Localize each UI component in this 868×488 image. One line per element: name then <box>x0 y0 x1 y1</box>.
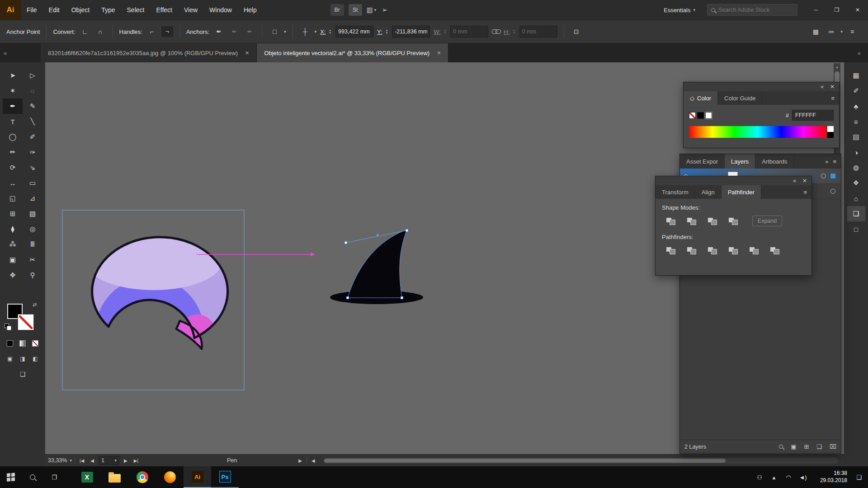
tool-free-transform[interactable]: ▭ <box>23 175 42 191</box>
collapse-icon[interactable]: « <box>821 84 824 90</box>
tab-align[interactable]: Align <box>695 185 722 199</box>
draw-inside-icon[interactable]: ◧ <box>30 354 40 363</box>
tab-asset-export[interactable]: Asset Expor <box>680 154 725 169</box>
search-input[interactable] <box>718 7 786 13</box>
tab-color[interactable]: ◇ Color <box>684 91 718 105</box>
close-icon[interactable]: ✕ <box>245 50 249 56</box>
panel-stroke-icon[interactable]: ≡ <box>847 114 865 129</box>
gradient-mode-button[interactable] <box>18 339 28 348</box>
tool-shaper[interactable]: ✑ <box>23 145 42 160</box>
action-center-icon[interactable]: ❏ <box>850 466 868 488</box>
hex-value-field[interactable] <box>792 110 834 121</box>
tool-selection[interactable]: ➤ <box>3 68 23 83</box>
screen-mode-icon[interactable]: ❏ <box>0 371 45 378</box>
menu-file[interactable]: File <box>21 0 43 20</box>
share-icon[interactable]: ➢ <box>382 6 387 14</box>
panel-symbols-icon[interactable]: ♣ <box>847 99 865 114</box>
volume-icon[interactable]: ◄) <box>796 466 810 488</box>
white-black-ramp[interactable] <box>827 126 834 138</box>
tab-artboards[interactable]: Artboards <box>755 154 794 169</box>
black-swatch[interactable] <box>697 112 704 119</box>
document-tab-1[interactable]: 83201d6f6620fe7a1c3161952e3035aa.jpg @ 1… <box>41 43 257 62</box>
convert-smooth-icon[interactable]: ∩ <box>94 26 106 37</box>
tool-lasso[interactable]: ◌ <box>23 83 42 99</box>
none-swatch[interactable] <box>689 112 696 119</box>
tool-eyedropper[interactable]: ⧫ <box>3 221 23 237</box>
tool-pencil[interactable]: ✏ <box>3 145 23 160</box>
menu-object[interactable]: Object <box>66 0 95 20</box>
control-menu-icon[interactable]: ≡ <box>846 26 858 37</box>
tool-slice[interactable]: ✂ <box>23 252 42 267</box>
target-circle-icon[interactable] <box>830 189 835 194</box>
collapse-toolbar-icon[interactable]: « <box>4 43 15 62</box>
pf-outline-button[interactable] <box>745 244 762 257</box>
touch-workspace-icon[interactable]: ▦ <box>810 26 821 37</box>
isolate-selection-icon[interactable]: □ <box>269 26 280 37</box>
x-stepper[interactable]: ▴▾ <box>330 29 331 34</box>
arrange-documents-icon[interactable]: ▥▾ <box>367 6 377 14</box>
selection-indicator[interactable] <box>830 174 835 178</box>
tool-line-segment[interactable]: ╲ <box>23 114 42 129</box>
tool-scale[interactable]: ⇘ <box>23 160 42 175</box>
menu-select[interactable]: Select <box>121 0 151 20</box>
close-icon[interactable]: ✕ <box>437 50 441 56</box>
tab-color-guide[interactable]: Color Guide <box>718 91 762 105</box>
tool-hand[interactable]: ✥ <box>3 267 23 283</box>
anchor-point[interactable] <box>406 230 408 232</box>
horizontal-scrollbar[interactable] <box>323 458 838 464</box>
menu-type[interactable]: Type <box>95 0 121 20</box>
pf-merge-button[interactable] <box>703 244 721 257</box>
network-icon[interactable]: ◠ <box>781 466 796 488</box>
menu-effect[interactable]: Effect <box>150 0 178 20</box>
tool-column-graph[interactable]: Ⅲ <box>23 237 42 252</box>
anchor-point[interactable] <box>345 242 347 244</box>
start-button[interactable] <box>0 466 22 488</box>
panel-menu-icon[interactable]: ≡ <box>833 158 836 165</box>
taskbar-app-excel[interactable]: X <box>73 466 101 488</box>
tab-transform[interactable]: Transform <box>656 185 695 199</box>
scrollbar-thumb[interactable] <box>324 459 726 463</box>
pf-crop-button[interactable] <box>724 244 741 257</box>
collapse-icon[interactable]: « <box>793 178 796 184</box>
hide-handles-icon[interactable]: ¬ <box>161 26 173 37</box>
crescent-artwork[interactable] <box>85 232 228 386</box>
spectrum-ramp[interactable] <box>689 126 826 138</box>
close-button[interactable]: ✕ <box>847 0 868 20</box>
zoom-dropdown-icon[interactable]: ▾ <box>70 458 72 463</box>
locate-object-icon[interactable] <box>779 445 783 449</box>
clipping-mask-icon[interactable]: ▣ <box>791 443 796 450</box>
tool-ellipse[interactable]: ◯ <box>3 129 23 145</box>
remove-anchor-icon[interactable]: ✒ <box>213 26 225 37</box>
reference-point-icon[interactable]: ┼ <box>299 26 311 37</box>
pf-intersect-button[interactable] <box>703 215 721 227</box>
bridge-button[interactable]: Br <box>330 4 344 16</box>
x-label[interactable]: X: <box>320 28 326 35</box>
last-artboard-icon[interactable]: ▶| <box>132 458 140 463</box>
people-icon[interactable]: ⚇ <box>752 466 767 488</box>
tab-pathfinder[interactable]: Pathfinder <box>722 185 761 199</box>
next-artboard-icon[interactable]: ▶ <box>122 458 129 463</box>
taskbar-clock[interactable]: 16:38 29.03.2018 <box>810 466 850 488</box>
hat-artwork[interactable] <box>330 230 423 305</box>
tool-curvature[interactable]: ✎ <box>23 99 42 114</box>
panel-appearance-icon[interactable]: ◍ <box>847 160 865 175</box>
tool-gradient[interactable]: ▧ <box>23 206 42 221</box>
panel-transparency-icon[interactable]: ◑ <box>847 145 865 160</box>
panel-cycle-icon[interactable]: ◇ <box>690 95 694 102</box>
swap-fill-stroke-icon[interactable]: ⇄ <box>33 302 37 308</box>
taskbar-app-illustrator[interactable]: Ai <box>184 466 211 488</box>
y-label[interactable]: Y: <box>377 28 382 35</box>
hidden-icons-chevron[interactable]: ▴ <box>767 466 781 488</box>
fill-mode-button[interactable] <box>5 339 15 348</box>
scroll-left-icon[interactable]: ◀ <box>310 458 317 463</box>
tool-shape-builder[interactable]: ◱ <box>3 191 23 206</box>
target-circle-icon[interactable] <box>821 174 826 178</box>
taskbar-app-file-explorer[interactable] <box>101 466 128 488</box>
pf-divide-button[interactable] <box>662 244 679 257</box>
handle-dot[interactable] <box>377 234 378 236</box>
tool-pen[interactable]: ✒ <box>3 99 23 114</box>
expand-icon[interactable]: » <box>825 158 828 165</box>
panel-menu-icon[interactable]: ≡ <box>803 189 807 196</box>
pf-trim-button[interactable] <box>683 244 700 257</box>
panel-gradient-icon[interactable]: ▤ <box>847 129 865 145</box>
